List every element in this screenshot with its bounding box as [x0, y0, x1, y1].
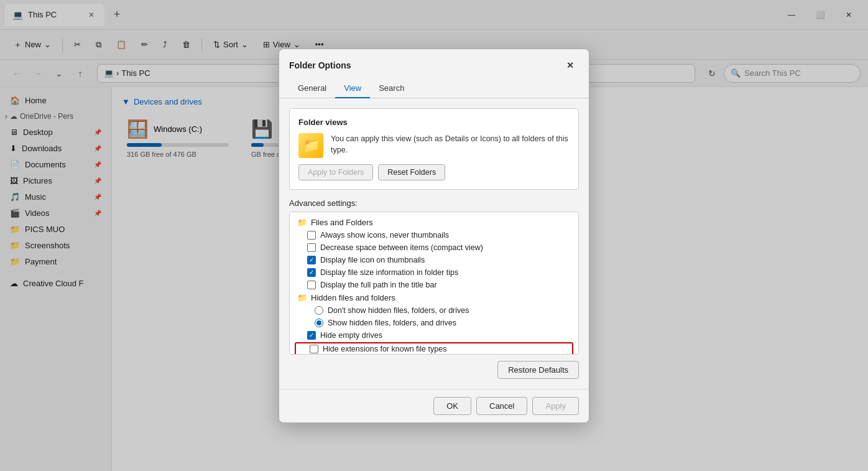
- category-files-folders: 📁 Files and Folders: [292, 216, 576, 229]
- folder-views-inner: 📁 You can apply this view (such as Detai…: [298, 133, 570, 158]
- tab-view[interactable]: View: [335, 79, 370, 98]
- setting-label-show-hidden: Show hidden files, folders, and drives: [328, 319, 456, 327]
- ok-button[interactable]: OK: [433, 397, 471, 415]
- setting-hide-empty-drives[interactable]: ✓ Hide empty drives: [292, 329, 576, 342]
- dialog-close-button[interactable]: ✕: [561, 57, 579, 74]
- setting-label-hide-empty-drives: Hide empty drives: [320, 331, 382, 340]
- category-hidden-files: 📁 Hidden files and folders: [292, 291, 576, 304]
- dialog-footer-buttons: OK Cancel Apply: [433, 397, 579, 415]
- category-label: Files and Folders: [311, 218, 373, 227]
- category-hidden-label: Hidden files and folders: [311, 293, 395, 302]
- hidden-category-icon: 📁: [297, 293, 307, 302]
- setting-always-show-icons[interactable]: Always show icons, never thumbnails: [292, 229, 576, 241]
- checkbox-display-file-size[interactable]: ✓: [307, 268, 316, 277]
- setting-display-full-path[interactable]: Display the full path in the title bar: [292, 279, 576, 291]
- apply-to-folders-button[interactable]: Apply to Folders: [298, 164, 373, 180]
- setting-show-hidden[interactable]: Show hidden files, folders, and drives: [292, 317, 576, 329]
- radio-dont-show[interactable]: [315, 306, 323, 315]
- dialog-titlebar: Folder Options ✕: [279, 49, 589, 79]
- cancel-button[interactable]: Cancel: [476, 397, 527, 415]
- tab-search[interactable]: Search: [370, 79, 413, 98]
- setting-label-display-full-path: Display the full path in the title bar: [320, 281, 437, 289]
- setting-label-hide-extensions: Hide extensions for known file types: [323, 345, 446, 353]
- folder-views-section: Folder views 📁 You can apply this view (…: [289, 108, 579, 190]
- advanced-settings-label: Advanced settings:: [289, 198, 579, 208]
- setting-hide-extensions[interactable]: Hide extensions for known file types: [295, 342, 573, 355]
- folder-icon: 📁: [298, 133, 323, 158]
- folder-views-title: Folder views: [298, 118, 570, 127]
- setting-label-dont-show: Don't show hidden files, folders, or dri…: [328, 306, 469, 315]
- advanced-settings-list: 📁 Files and Folders Always show icons, n…: [289, 212, 579, 355]
- tab-general[interactable]: General: [289, 79, 335, 98]
- setting-display-file-size[interactable]: ✓ Display file size information in folde…: [292, 266, 576, 279]
- checkbox-decrease-space[interactable]: [307, 243, 316, 252]
- checkbox-always-icons[interactable]: [307, 231, 316, 240]
- setting-decrease-space[interactable]: Decrease space between items (compact vi…: [292, 241, 576, 254]
- dialog-content: Folder views 📁 You can apply this view (…: [279, 98, 589, 389]
- folder-emoji: 📁: [303, 138, 320, 154]
- folder-category-icon: 📁: [297, 218, 307, 227]
- checkbox-display-full-path[interactable]: [307, 281, 316, 289]
- modal-overlay: Folder Options ✕ General View Search Fol…: [0, 0, 868, 471]
- setting-label-display-file-size: Display file size information in folder …: [320, 268, 458, 277]
- checkbox-hide-empty-drives[interactable]: ✓: [307, 331, 316, 340]
- folder-views-buttons: Apply to Folders Reset Folders: [298, 164, 570, 180]
- dialog-title: Folder Options: [289, 60, 351, 70]
- setting-label-always-icons: Always show icons, never thumbnails: [320, 231, 449, 240]
- dialog-footer: OK Cancel Apply: [279, 389, 589, 422]
- checkbox-hide-extensions[interactable]: [310, 345, 318, 353]
- restore-defaults-button[interactable]: Restore Defaults: [497, 361, 579, 379]
- folder-views-text: You can apply this view (such as Details…: [331, 133, 570, 157]
- setting-dont-show-hidden[interactable]: Don't show hidden files, folders, or dri…: [292, 304, 576, 317]
- radio-show-hidden[interactable]: [315, 319, 323, 327]
- apply-button[interactable]: Apply: [532, 397, 579, 415]
- folder-options-dialog: Folder Options ✕ General View Search Fol…: [279, 49, 589, 423]
- reset-folders-button[interactable]: Reset Folders: [378, 164, 445, 180]
- setting-display-file-icon[interactable]: ✓ Display file icon on thumbnails: [292, 254, 576, 266]
- setting-label-decrease-space: Decrease space between items (compact vi…: [320, 243, 483, 252]
- dialog-tabs: General View Search: [279, 79, 589, 98]
- setting-label-display-file-icon: Display file icon on thumbnails: [320, 256, 425, 264]
- checkbox-display-file-icon[interactable]: ✓: [307, 256, 316, 264]
